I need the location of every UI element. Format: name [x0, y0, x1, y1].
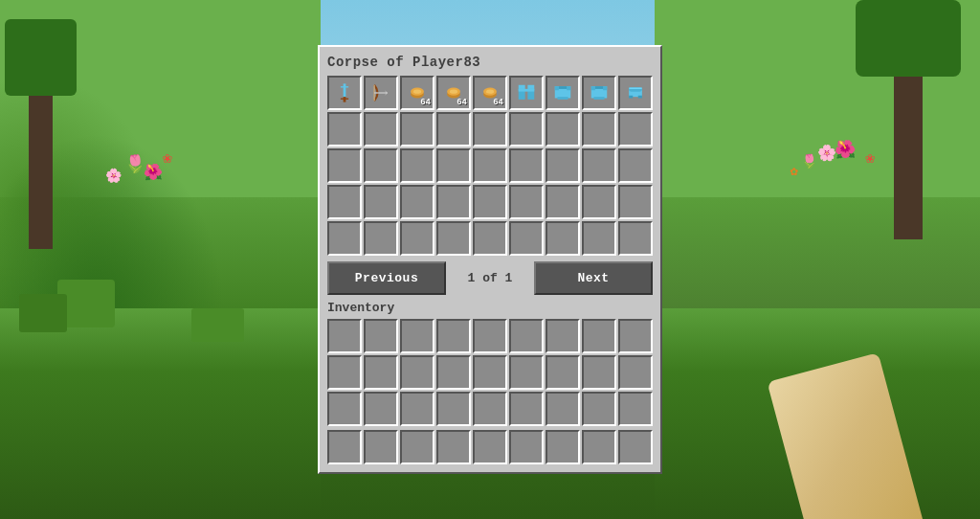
player-inv-slot[interactable] [618, 319, 653, 353]
player-inv-slot[interactable] [546, 319, 580, 353]
svg-rect-0 [344, 83, 346, 97]
corpse-slot-4[interactable]: 64 [473, 76, 507, 110]
corpse-slot-empty[interactable] [582, 148, 616, 183]
hotbar-slot[interactable] [436, 430, 471, 464]
svg-point-16 [486, 90, 494, 94]
player-inv-slot[interactable] [327, 355, 362, 390]
hotbar: document.currentScript.insertAdjacentHTM… [327, 430, 653, 464]
corpse-slot-empty[interactable] [473, 112, 507, 147]
svg-rect-32 [594, 97, 600, 100]
corpse-slot-empty[interactable] [546, 112, 580, 147]
player-inv-slot[interactable] [546, 355, 580, 390]
player-inv-slot[interactable] [436, 392, 471, 426]
corpse-slot-empty[interactable] [509, 185, 544, 219]
bow-icon [370, 82, 391, 103]
corpse-slot-empty[interactable] [618, 148, 653, 183]
corpse-slot-empty[interactable] [436, 112, 471, 147]
corpse-slot-empty[interactable] [364, 112, 398, 147]
svg-rect-36 [629, 96, 633, 99]
corpse-slot-empty[interactable] [364, 185, 398, 219]
hotbar-slot[interactable] [327, 430, 362, 464]
player-inv-slot[interactable] [364, 319, 398, 353]
player-inv-slot[interactable] [436, 319, 471, 353]
corpse-slot-empty[interactable] [509, 112, 544, 147]
player-inv-slot[interactable] [400, 355, 434, 390]
corpse-slot-empty[interactable] [400, 148, 434, 183]
player-inv-slot[interactable] [364, 355, 398, 390]
corpse-slot-7[interactable] [582, 76, 616, 110]
corpse-slot-empty[interactable] [327, 221, 362, 256]
hotbar-slot[interactable] [400, 430, 434, 464]
hotbar-slot[interactable] [509, 430, 544, 464]
corpse-slot-empty[interactable] [546, 148, 580, 183]
corpse-slot-empty[interactable] [509, 221, 544, 256]
corpse-slot-4-count: 64 [493, 98, 503, 107]
hotbar-slot[interactable] [546, 430, 580, 464]
corpse-slot-empty[interactable] [582, 112, 616, 147]
player-inv-slot[interactable] [436, 355, 471, 390]
corpse-slot-empty[interactable] [473, 148, 507, 183]
corpse-slot-empty[interactable] [509, 148, 544, 183]
previous-button[interactable]: Previous [327, 261, 446, 295]
player-inv-slot[interactable] [618, 355, 653, 390]
player-inv-slot[interactable] [582, 319, 616, 353]
player-inv-slot[interactable] [618, 392, 653, 426]
hotbar-slot[interactable] [618, 430, 653, 464]
corpse-slot-empty[interactable] [400, 221, 434, 256]
player-inv-slot[interactable] [509, 355, 544, 390]
corpse-slot-empty[interactable] [473, 221, 507, 256]
corpse-slot-empty[interactable] [618, 185, 653, 219]
corpse-slot-5[interactable] [509, 76, 544, 110]
corpse-slot-empty[interactable] [582, 185, 616, 219]
corpse-slot-8[interactable] [618, 76, 653, 110]
player-inv-slot[interactable] [473, 319, 507, 353]
corpse-slot-empty[interactable] [618, 112, 653, 147]
player-inv-slot[interactable] [473, 392, 507, 426]
corpse-slot-empty[interactable] [582, 221, 616, 256]
svg-rect-21 [519, 89, 535, 92]
corpse-slot-empty[interactable] [546, 185, 580, 219]
next-button[interactable]: Next [534, 261, 653, 295]
sword-icon [334, 82, 355, 103]
corpse-slot-empty[interactable] [400, 185, 434, 219]
svg-rect-29 [591, 86, 595, 90]
corpse-slot-empty[interactable] [436, 221, 471, 256]
player-inv-slot[interactable] [582, 355, 616, 390]
svg-rect-37 [638, 96, 642, 99]
player-inv-slot[interactable] [400, 319, 434, 353]
corpse-slot-1[interactable] [364, 76, 398, 110]
hotbar-slot[interactable] [364, 430, 398, 464]
dirt-block-2 [19, 294, 67, 332]
corpse-slot-6[interactable] [546, 76, 580, 110]
corpse-slot-empty[interactable] [400, 112, 434, 147]
svg-rect-27 [563, 97, 568, 100]
player-inv-slot[interactable] [473, 355, 507, 390]
corpse-slot-empty[interactable] [546, 221, 580, 256]
hotbar-slot[interactable] [582, 430, 616, 464]
corpse-slot-2[interactable]: 64 [400, 76, 434, 110]
player-inv-slot[interactable] [327, 392, 362, 426]
player-inv-slot[interactable] [546, 392, 580, 426]
svg-rect-30 [603, 86, 607, 90]
player-inv-slot[interactable] [327, 319, 362, 353]
corpse-slot-empty[interactable] [364, 221, 398, 256]
corpse-slot-empty[interactable] [364, 148, 398, 183]
corpse-slot-0[interactable] [327, 76, 362, 110]
panel-title: Corpse of Player83 [327, 55, 653, 70]
player-inv-slot[interactable] [509, 319, 544, 353]
corpse-slot-empty[interactable] [327, 185, 362, 219]
player-inv-slot[interactable] [582, 392, 616, 426]
flower-r4: ❀ [865, 148, 875, 168]
corpse-slot-empty[interactable] [327, 112, 362, 147]
svg-rect-26 [558, 97, 564, 100]
corpse-slot-empty[interactable] [618, 221, 653, 256]
corpse-slot-empty[interactable] [327, 148, 362, 183]
hotbar-slot[interactable] [473, 430, 507, 464]
player-inv-slot[interactable] [509, 392, 544, 426]
player-inv-slot[interactable] [400, 392, 434, 426]
corpse-slot-empty[interactable] [473, 185, 507, 219]
corpse-slot-3[interactable]: 64 [436, 76, 471, 110]
player-inv-slot[interactable] [364, 392, 398, 426]
corpse-slot-empty[interactable] [436, 148, 471, 183]
corpse-slot-empty[interactable] [436, 185, 471, 219]
